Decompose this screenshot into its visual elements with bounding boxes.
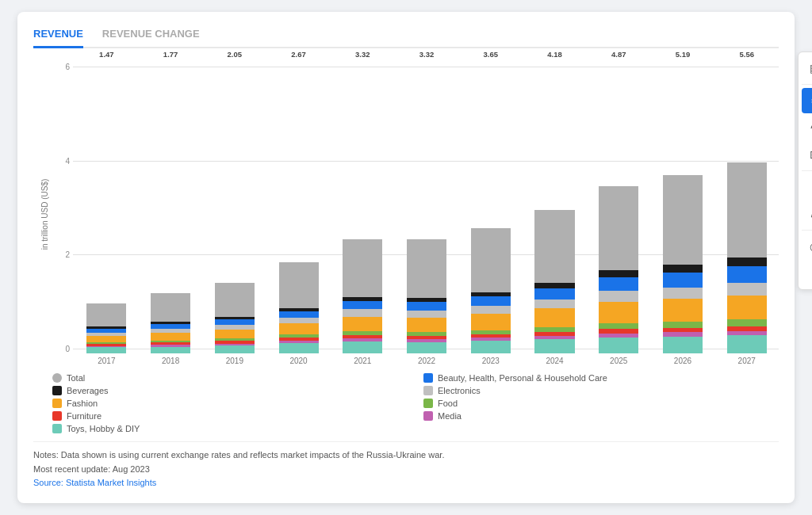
bar-total-label: 1.77	[139, 50, 203, 59]
bar-segment-beauty	[663, 273, 703, 288]
legend-label: Fashion	[67, 399, 98, 408]
legend-dot	[423, 373, 433, 383]
bar-segment-beauty	[471, 296, 511, 306]
legend-label: Food	[438, 399, 458, 408]
x-axis-label: 2019	[202, 357, 266, 365]
table-icon[interactable]: ⊞	[802, 142, 812, 167]
bar-segment-fashion	[727, 296, 767, 320]
bar-stack	[534, 210, 574, 353]
bar-segment-beauty	[727, 266, 767, 283]
bar-segment-electronics	[407, 311, 446, 319]
bar-segment-total_gray	[407, 239, 446, 297]
bar-stack	[343, 239, 382, 353]
legend-dot	[423, 411, 433, 421]
bar-segment-total_gray	[343, 239, 382, 296]
tab-revenue-change[interactable]: REVENUE CHANGE	[102, 28, 200, 48]
bar-segment-total_gray	[599, 186, 638, 270]
main-card: REVENUE REVENUE CHANGE in trillion USD (…	[17, 12, 795, 503]
x-axis: 2017201820192020202120222023202420252026…	[75, 357, 779, 365]
grid-and-bars: 6420 1.471.772.052.673.323.323.654.184.8…	[56, 63, 779, 353]
tab-bar: REVENUE REVENUE CHANGE	[33, 28, 779, 48]
bar-segment-total_gray	[727, 162, 767, 258]
bar-total-label: 5.19	[651, 50, 715, 59]
bar-segment-beauty	[279, 311, 319, 318]
bar-group: 5.56	[714, 63, 779, 353]
x-axis-label: 2018	[139, 357, 203, 365]
bar-segment-food	[599, 323, 638, 329]
bar-segment-fashion	[407, 318, 446, 332]
x-axis-label: 2027	[714, 357, 779, 365]
legend-dot	[423, 399, 433, 408]
bar-total-label: 1.47	[75, 50, 139, 59]
legend-item: Beauty, Health, Personal & Household Car…	[423, 373, 779, 383]
legend-label: Media	[438, 411, 462, 421]
bar-segment-electronics	[471, 306, 511, 314]
x-axis-label: 2024	[523, 357, 587, 365]
bar-segment-toys	[534, 339, 574, 353]
bar-stack	[151, 293, 190, 354]
bar-total-label: 4.87	[587, 50, 651, 59]
legend-item: Fashion	[52, 399, 408, 408]
bar-segment-fashion	[151, 333, 190, 341]
toolbar-divider	[802, 170, 812, 171]
info-icon[interactable]: ℹ	[802, 261, 812, 286]
bar-segment-electronics	[279, 318, 319, 323]
legend-item: Food	[423, 399, 779, 408]
notes: Notes: Data shown is using current excha…	[33, 441, 779, 490]
legend-label: Beauty, Health, Personal & Household Car…	[438, 373, 607, 383]
legend-item: Media	[423, 411, 779, 421]
bar-segment-beauty	[215, 319, 255, 325]
legend-dot	[423, 386, 433, 395]
bar-group: 3.32	[395, 63, 459, 353]
bar-stack	[663, 175, 703, 353]
bar-group: 2.05	[202, 63, 266, 353]
x-axis-label: 2026	[651, 357, 715, 365]
legend-item: Total	[52, 373, 408, 383]
bar-segment-beauty	[407, 302, 446, 311]
expand-icon[interactable]: ⤢	[802, 201, 812, 227]
bar-group: 1.47	[75, 63, 139, 353]
grid-line-label: 4	[56, 157, 70, 166]
bar-segment-toys	[599, 338, 638, 353]
stacked-bar-icon[interactable]: ≈	[802, 88, 812, 113]
bar-segment-electronics	[663, 288, 703, 299]
legend-dot	[52, 373, 62, 383]
y-axis-label: in trillion USD (US$)	[33, 63, 56, 365]
bar-group: 5.19	[651, 63, 715, 353]
bar-chart-icon[interactable]: ▦	[802, 55, 812, 81]
toolbar-divider	[802, 84, 812, 85]
bar-segment-beauty	[599, 277, 638, 292]
bar-segment-fashion	[599, 302, 638, 323]
bar-segment-food	[663, 322, 703, 328]
legend-dot	[52, 411, 62, 421]
bar-stack	[727, 162, 767, 353]
bar-segment-beauty	[343, 301, 382, 309]
grid-line-label: 6	[56, 63, 70, 71]
bar-segment-toys	[279, 343, 319, 353]
bar-segment-fashion	[343, 317, 382, 331]
bar-segment-beauty	[534, 288, 574, 299]
bar-segment-fashion	[279, 323, 319, 334]
bar-total-label: 2.67	[266, 50, 331, 59]
line-chart-icon[interactable]: ∿	[802, 115, 812, 140]
chart-container: in trillion USD (US$) 6420 1.471.772.052…	[33, 63, 779, 490]
legend-label: Electronics	[438, 386, 481, 395]
bar-stack	[471, 228, 511, 353]
bar-segment-fashion	[534, 308, 574, 326]
bar-group: 4.87	[587, 63, 651, 353]
bar-total-label: 3.32	[395, 50, 459, 59]
filter-icon[interactable]: ◎	[802, 234, 812, 259]
chart-area: in trillion USD (US$) 6420 1.471.772.052…	[33, 63, 779, 365]
bar-segment-electronics	[534, 299, 574, 309]
x-axis-label: 2017	[75, 357, 139, 365]
bar-stack	[599, 186, 638, 353]
bar-segment-electronics	[343, 309, 382, 317]
bar-segment-total_gray	[151, 293, 190, 322]
download-icon[interactable]: ↓	[802, 174, 812, 200]
tab-revenue[interactable]: REVENUE	[33, 28, 83, 48]
bar-segment-toys	[663, 337, 703, 354]
bar-segment-fashion	[215, 330, 255, 338]
bar-stack	[279, 262, 319, 354]
legend-dot	[52, 399, 62, 408]
chart-inner: 6420 1.471.772.052.673.323.323.654.184.8…	[56, 63, 779, 365]
